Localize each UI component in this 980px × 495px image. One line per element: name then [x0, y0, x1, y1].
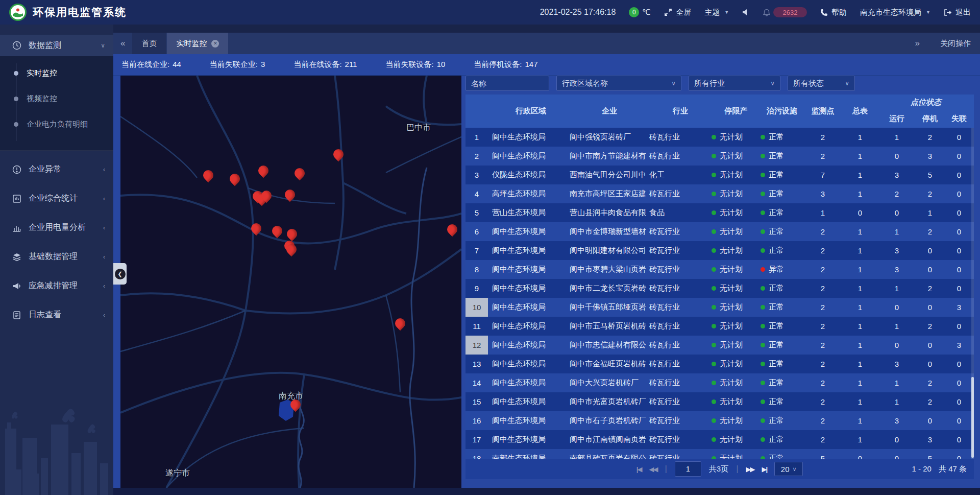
tab-scroll-right-icon[interactable]: »	[908, 38, 927, 49]
app-header: 环保用电监管系统 2021-02-25 17:46:18 0 ℃ 全屏 主题 ▼	[0, 0, 980, 25]
sidebar-item-power-load-detail[interactable]: 企业电力负荷明细	[0, 111, 113, 137]
table-row[interactable]: 8 阆中生态环境局 阆中市枣碧大梁山页岩 砖瓦行业 无计划 异常 2 1 3 0…	[465, 260, 974, 279]
header-monitor: 监测点	[803, 95, 842, 128]
table-row[interactable]: 13 阆中生态环境局 阆中市金福旺页岩机砖 砖瓦行业 无计划 正常 2 1 3 …	[465, 355, 974, 373]
logout-button[interactable]: 退出	[944, 8, 971, 17]
name-filter-input[interactable]	[465, 76, 549, 91]
tabbar-top-strip	[113, 25, 980, 33]
row-stop-status: 无计划	[712, 227, 761, 237]
row-run-count: 1	[878, 397, 916, 406]
region-select[interactable]: 行政区域名称 ∨	[556, 76, 681, 91]
status-dot-icon	[712, 286, 716, 291]
status-dot-icon	[712, 248, 716, 253]
row-monitor-count: 1	[803, 208, 842, 217]
row-monitor-count: 7	[803, 171, 842, 179]
map-panel[interactable]: 巴中市南充市遂宁市	[120, 76, 461, 488]
mute-button[interactable]	[742, 9, 750, 16]
tab-scroll-left-icon[interactable]: «	[113, 38, 132, 49]
row-seq: 18	[465, 454, 488, 459]
sidebar-group-data-monitoring[interactable]: 数据监测 ∨	[0, 35, 113, 56]
table-row[interactable]: 5 营山生态环境局 营山县润丰肉食品有限 食品 无计划 正常 1 0 0 1 0	[465, 203, 974, 222]
header-point-status-group: 点位状态 运行 停机 失联	[878, 95, 974, 128]
header-seq	[465, 95, 488, 128]
fullscreen-button[interactable]: 全屏	[664, 8, 691, 17]
row-seq: 11	[465, 322, 488, 331]
first-page-button[interactable]: |◀	[636, 465, 642, 473]
status-dot-icon	[761, 343, 765, 347]
row-monitor-count: 2	[803, 379, 842, 387]
status-dot-icon	[761, 418, 765, 423]
row-region: 阆中生态环境局	[488, 359, 570, 369]
table-row[interactable]: 10 阆中生态环境局 阆中千佛镇五郎垭页岩 砖瓦行业 无计划 正常 2 1 0 …	[465, 298, 974, 317]
sidebar-group-base-data[interactable]: 基础数据管理 ‹	[0, 242, 113, 271]
notifications-button[interactable]: 2632	[763, 7, 807, 17]
table-row[interactable]: 16 阆中生态环境局 阆中市石子页岩机砖厂 砖瓦行业 无计划 正常 2 1 3 …	[465, 411, 974, 430]
tab-home[interactable]: 首页	[132, 33, 166, 54]
status-dot-icon	[712, 381, 716, 385]
row-seq: 2	[465, 152, 488, 160]
sidebar-group-company-anomaly[interactable]: 企业异常 ‹	[0, 155, 113, 184]
row-company: 阆中市枣碧大梁山页岩	[570, 265, 649, 274]
prev-page-button[interactable]: ◀◀	[649, 465, 657, 473]
table-row[interactable]: 1 阆中生态环境局 阆中强锐页岩砖厂 砖瓦行业 无计划 正常 2 1 1 2 0	[465, 128, 974, 147]
table-scrollbar-thumb[interactable]	[971, 377, 974, 458]
row-facility-status: 异常	[761, 265, 803, 274]
table-row[interactable]: 3 仪陇生态环境局 西南油气田分公司川中 化工 无计划 正常 7 1 3 5 0	[465, 166, 974, 184]
table-row[interactable]: 11 阆中生态环境局 阆中市五马桥页岩机砖 砖瓦行业 无计划 正常 2 1 1 …	[465, 317, 974, 336]
chevron-left-icon: ‹	[103, 282, 105, 290]
sidebar-group-emergency-reduction[interactable]: 应急减排管理 ‹	[0, 271, 113, 300]
row-facility-status: 正常	[761, 340, 803, 350]
table-row[interactable]: 14 阆中生态环境局 阆中大兴页岩机砖厂 砖瓦行业 无计划 正常 2 1 1 2…	[465, 373, 974, 392]
row-industry: 砖瓦行业	[649, 416, 712, 426]
sidebar-item-video-monitoring[interactable]: 视频监控	[0, 86, 113, 111]
sidebar-item-realtime-monitoring[interactable]: 实时监控	[0, 60, 113, 86]
tab-realtime-monitoring[interactable]: 实时监控 ✕	[167, 33, 228, 54]
status-dot-icon	[712, 135, 716, 139]
row-industry: 砖瓦行业	[649, 284, 712, 293]
row-lost-count: 0	[944, 171, 974, 179]
row-stopped-count: 3	[916, 435, 944, 444]
stat-offline-devices: 当前失联设备:10	[385, 60, 445, 69]
row-monitor-count: 2	[803, 360, 842, 368]
status-select[interactable]: 所有状态 ∨	[788, 76, 855, 91]
header-stopped: 停机	[916, 110, 944, 128]
page-number-input[interactable]	[675, 461, 701, 477]
page-size-select[interactable]: 20 ∨	[774, 462, 803, 476]
last-page-button[interactable]: ▶|	[762, 465, 767, 473]
row-stop-status: 无计划	[712, 246, 761, 255]
table-row[interactable]: 15 阆中生态环境局 阆中市光富页岩机砖厂 砖瓦行业 无计划 正常 2 1 1 …	[465, 392, 974, 411]
table-row[interactable]: 12 阆中生态环境局 阆中市忠信建材有限公 砖瓦行业 无计划 正常 2 1 0 …	[465, 336, 974, 355]
table-row[interactable]: 4 高坪生态环境局 南充市高坪区王家店建 砖瓦行业 无计划 正常 3 1 2 2…	[465, 184, 974, 203]
row-total-count: 1	[842, 246, 878, 255]
row-total-count: 1	[842, 284, 878, 293]
row-run-count: 3	[878, 416, 916, 425]
industry-select[interactable]: 所有行业 ∨	[689, 76, 780, 91]
next-page-button[interactable]: ▶▶	[746, 465, 754, 473]
row-region: 阆中生态环境局	[488, 340, 570, 350]
row-total-count: 1	[842, 152, 878, 160]
table-row[interactable]: 18 南部生态环境局 南部县砖瓦页岩有限公 砖瓦行业 无计划 正常 5 0 0 …	[465, 449, 974, 459]
row-total-count: 1	[842, 303, 878, 312]
chevron-down-icon: ∨	[793, 466, 797, 473]
row-lost-count: 3	[944, 341, 974, 349]
status-dot-icon	[761, 399, 765, 404]
sidebar-group-company-statistics[interactable]: 企业综合统计 ‹	[0, 184, 113, 213]
table-row[interactable]: 7 阆中生态环境局 阆中明阳建材有限公司 砖瓦行业 无计划 正常 2 1 3 0…	[465, 241, 974, 260]
map-collapse-handle[interactable]: ❮	[113, 263, 127, 285]
org-dropdown[interactable]: 南充市生态环境局 ▼	[860, 8, 930, 17]
table-row[interactable]: 2 阆中生态环境局 阆中市南方节能建材有 砖瓦行业 无计划 正常 2 1 0 3…	[465, 147, 974, 166]
theme-dropdown[interactable]: 主题 ▼	[704, 8, 729, 17]
table-row[interactable]: 17 阆中生态环境局 阆中市江南镇阆南页岩 砖瓦行业 无计划 正常 2 1 0 …	[465, 430, 974, 449]
sidebar-group-power-analysis[interactable]: 企业用电量分析 ‹	[0, 213, 113, 242]
row-total-count: 1	[842, 416, 878, 425]
table-row[interactable]: 6 阆中生态环境局 阆中市金博瑞新型墙材 砖瓦行业 无计划 正常 2 1 1 2…	[465, 222, 974, 241]
row-company: 阆中市金福旺页岩机砖	[570, 359, 649, 369]
row-lost-count: 0	[944, 416, 974, 425]
row-seq: 5	[465, 208, 488, 217]
table-row[interactable]: 9 阆中生态环境局 阆中市二龙长宝页岩砖 砖瓦行业 无计划 正常 2 1 1 2…	[465, 279, 974, 298]
help-button[interactable]: 帮助	[820, 8, 847, 17]
close-icon[interactable]: ✕	[211, 40, 219, 48]
close-operations-button[interactable]: 关闭操作	[940, 39, 971, 49]
sidebar-group-log-view[interactable]: 日志查看 ‹	[0, 300, 113, 329]
row-stop-status: 无计划	[712, 302, 761, 312]
